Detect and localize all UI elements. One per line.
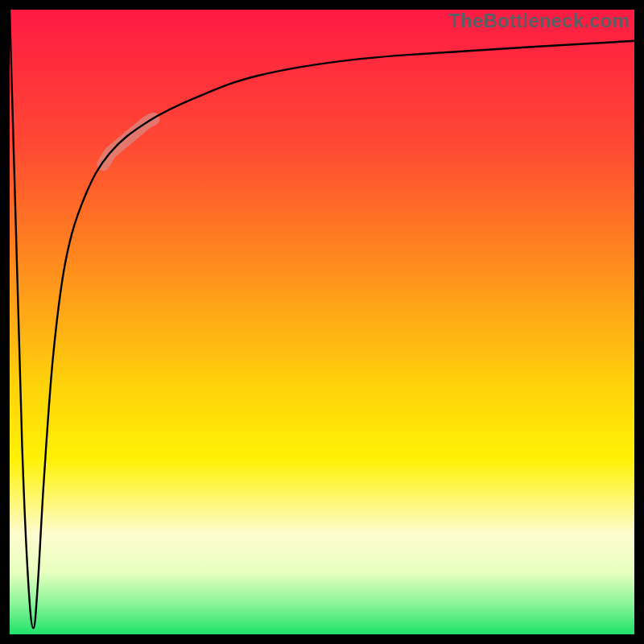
curve-layer — [10, 10, 634, 634]
plot-area: TheBottleneck.com — [10, 10, 634, 634]
bottleneck-curve — [10, 10, 634, 628]
attribution-label: TheBottleneck.com — [448, 10, 630, 32]
chart-frame: TheBottleneck.com — [0, 0, 644, 644]
curve-highlight-segment — [103, 119, 153, 164]
